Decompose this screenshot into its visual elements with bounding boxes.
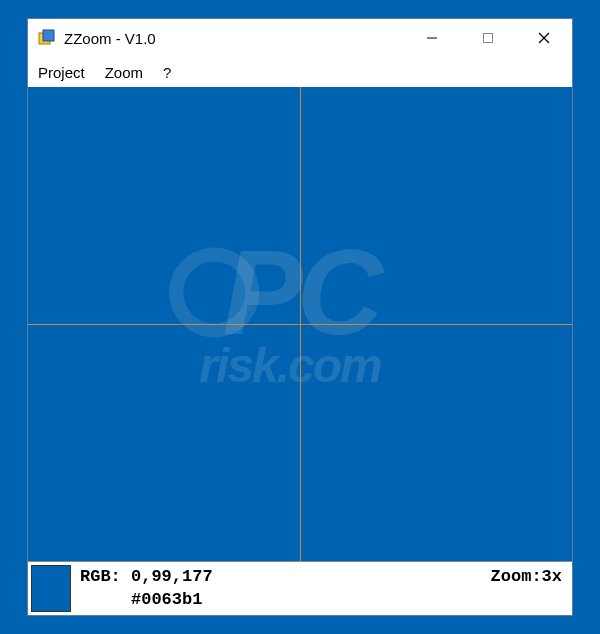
maximize-button[interactable] xyxy=(460,19,516,57)
rgb-readout: RGB: 0,99,177 xyxy=(80,566,213,588)
close-button[interactable] xyxy=(516,19,572,57)
menubar: Project Zoom ? xyxy=(28,57,572,87)
app-window: ZZoom - V1.0 Project Zoom ? PC risk.com xyxy=(27,18,573,616)
status-text: RGB: 0,99,177 Zoom:3x RGB: #0063b1 xyxy=(74,562,572,615)
zoom-label: Zoom: xyxy=(491,567,542,586)
window-controls xyxy=(404,19,572,57)
crosshair-vertical xyxy=(300,87,301,561)
titlebar[interactable]: ZZoom - V1.0 xyxy=(28,19,572,57)
rgb-label: RGB: xyxy=(80,567,121,586)
zoom-readout: Zoom:3x xyxy=(491,566,562,588)
color-swatch xyxy=(31,565,71,612)
minimize-button[interactable] xyxy=(404,19,460,57)
statusbar: RGB: 0,99,177 Zoom:3x RGB: #0063b1 xyxy=(28,561,572,615)
svg-rect-1 xyxy=(43,30,54,41)
svg-rect-3 xyxy=(484,34,493,43)
menu-zoom[interactable]: Zoom xyxy=(105,64,143,81)
rgb-value: 0,99,177 xyxy=(131,567,213,586)
hex-value: #0063b1 xyxy=(131,590,202,609)
menu-help[interactable]: ? xyxy=(163,64,171,81)
zoom-value: 3x xyxy=(542,567,562,586)
window-title: ZZoom - V1.0 xyxy=(64,30,404,47)
menu-project[interactable]: Project xyxy=(38,64,85,81)
zoom-viewport[interactable]: PC risk.com xyxy=(28,87,572,561)
app-icon xyxy=(36,28,56,48)
